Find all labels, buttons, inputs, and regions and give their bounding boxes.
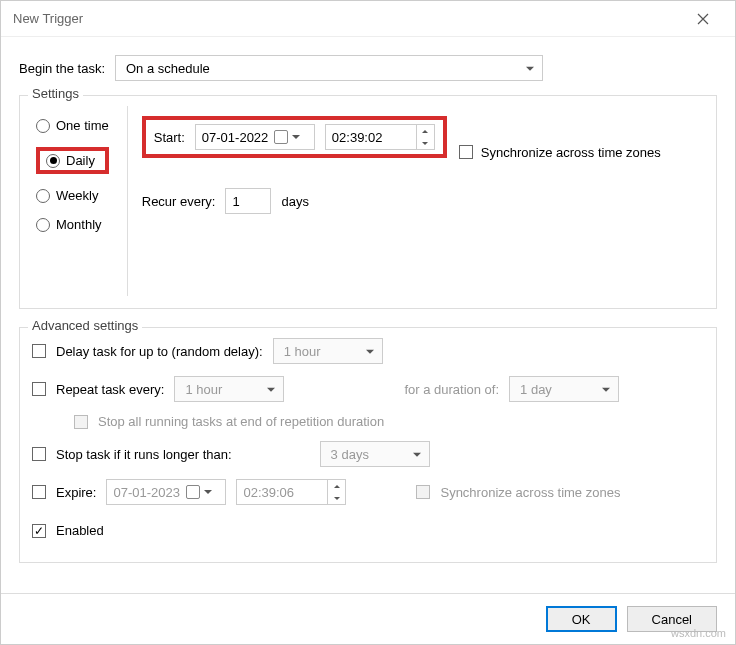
repeat-label: Repeat task every:: [56, 382, 164, 397]
radio-monthly-label: Monthly: [56, 217, 102, 232]
start-time-value: 02:39:02: [332, 130, 383, 145]
repeat-checkbox[interactable]: [32, 382, 46, 396]
radio-onetime-control[interactable]: [36, 119, 50, 133]
begin-task-label: Begin the task:: [19, 61, 105, 76]
spinner-icon: [327, 480, 345, 504]
radio-monthly-control[interactable]: [36, 218, 50, 232]
start-date-picker[interactable]: 07-01-2022: [195, 124, 315, 150]
expire-time-spinner: 02:39:06: [236, 479, 346, 505]
stoplong-value: 3 days: [331, 447, 369, 462]
expire-date-picker: 07-01-2023: [106, 479, 226, 505]
radio-weekly-label: Weekly: [56, 188, 98, 203]
delay-value: 1 hour: [284, 344, 321, 359]
duration-value: 1 day: [520, 382, 552, 397]
stoplong-label: Stop task if it runs longer than:: [56, 447, 232, 462]
watermark: wsxdn.com: [671, 627, 726, 639]
settings-group-title: Settings: [28, 86, 83, 101]
radio-weekly-control[interactable]: [36, 189, 50, 203]
begin-task-dropdown[interactable]: On a schedule: [115, 55, 543, 81]
radio-daily-label: Daily: [66, 153, 95, 168]
start-date-value: 07-01-2022: [202, 130, 269, 145]
ok-button[interactable]: OK: [546, 606, 617, 632]
expire-date-value: 07-01-2023: [113, 485, 180, 500]
enabled-label: Enabled: [56, 523, 104, 538]
repeat-dropdown: 1 hour: [174, 376, 284, 402]
highlight-start: Start: 07-01-2022 02:39:02: [142, 116, 447, 158]
stopall-label: Stop all running tasks at end of repetit…: [98, 414, 384, 429]
delay-label: Delay task for up to (random delay):: [56, 344, 263, 359]
expire-label: Expire:: [56, 485, 96, 500]
window-title: New Trigger: [13, 11, 83, 26]
expire-checkbox[interactable]: [32, 485, 46, 499]
enabled-checkbox[interactable]: [32, 524, 46, 538]
delay-checkbox[interactable]: [32, 344, 46, 358]
close-icon: [697, 13, 709, 25]
advanced-group-title: Advanced settings: [28, 318, 142, 333]
stoplong-dropdown: 3 days: [320, 441, 430, 467]
ok-button-label: OK: [572, 612, 591, 627]
radio-monthly[interactable]: Monthly: [36, 217, 109, 232]
recur-unit: days: [281, 194, 308, 209]
repeat-value: 1 hour: [185, 382, 222, 397]
spinner-icon[interactable]: [416, 125, 434, 149]
close-button[interactable]: [683, 5, 723, 33]
radio-onetime[interactable]: One time: [36, 118, 109, 133]
title-bar: New Trigger: [1, 1, 735, 37]
recur-input[interactable]: 1: [225, 188, 271, 214]
start-label: Start:: [154, 130, 185, 145]
dialog-footer: OK Cancel: [1, 593, 735, 644]
calendar-icon: [274, 130, 288, 144]
sync-checkbox[interactable]: [459, 145, 473, 159]
calendar-icon: [186, 485, 200, 499]
expire-sync-label: Synchronize across time zones: [440, 485, 620, 500]
stopall-checkbox: [74, 415, 88, 429]
advanced-group: Advanced settings Delay task for up to (…: [19, 327, 717, 563]
recur-value: 1: [232, 194, 239, 209]
recur-label: Recur every:: [142, 194, 216, 209]
duration-label: for a duration of:: [404, 382, 499, 397]
begin-task-value: On a schedule: [126, 61, 210, 76]
sync-label: Synchronize across time zones: [481, 145, 661, 160]
stoplong-checkbox[interactable]: [32, 447, 46, 461]
highlight-daily: Daily: [36, 147, 109, 174]
radio-weekly[interactable]: Weekly: [36, 188, 109, 203]
radio-daily[interactable]: Daily: [46, 153, 99, 168]
cancel-button-label: Cancel: [652, 612, 692, 627]
delay-dropdown: 1 hour: [273, 338, 383, 364]
duration-dropdown: 1 day: [509, 376, 619, 402]
settings-group: Settings One time Daily: [19, 95, 717, 309]
expire-sync-checkbox: [416, 485, 430, 499]
start-time-spinner[interactable]: 02:39:02: [325, 124, 435, 150]
expire-time-value: 02:39:06: [243, 485, 294, 500]
radio-daily-control[interactable]: [46, 154, 60, 168]
radio-onetime-label: One time: [56, 118, 109, 133]
